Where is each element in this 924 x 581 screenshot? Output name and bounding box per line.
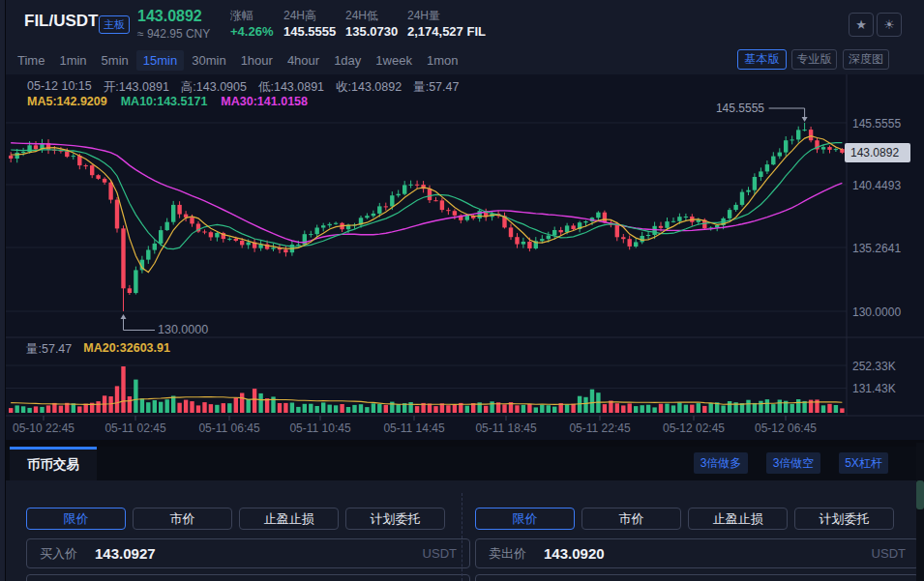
sell-price-value: 143.0920 [544, 545, 605, 562]
timeframe-1mon[interactable]: 1mon [420, 50, 465, 71]
sell-tab-limit[interactable]: 限价 [475, 508, 575, 530]
current-price-tag: 143.0892 [845, 143, 910, 162]
timeframe-30min[interactable]: 30min [185, 50, 232, 71]
tab-spot-trading-label: 币币交易 [27, 456, 79, 474]
timeframe-toolbar: Time 1min 5min 15min 30min 1hour 4hour 1… [0, 45, 924, 75]
buy-price-value: 143.0927 [95, 545, 156, 562]
sell-price-label: 卖出价 [489, 545, 526, 563]
ma5-label: MA5:142.9209 [27, 95, 107, 108]
volume-value: 2,174,527 FIL [407, 24, 486, 39]
time-axis-label: 05-12 02:45 [650, 421, 737, 435]
scrollbar-thumb[interactable] [916, 480, 924, 509]
volume-info: 量:57.47 MA20:32603.91 [26, 341, 170, 358]
sell-amount-input[interactable] [475, 574, 919, 581]
sell-tab-stop[interactable]: 止盈止损 [688, 508, 788, 530]
buy-price-label: 买入价 [40, 545, 77, 563]
time-axis-label: 05-12 06:45 [742, 421, 829, 435]
pro-view-button[interactable]: 专业版 [791, 49, 837, 70]
time-axis-label: 05-11 02:45 [92, 421, 179, 435]
buy-price-currency: USDT [423, 546, 457, 561]
ma10-label: MA10:143.5171 [121, 95, 208, 108]
last-price: 143.0892 [137, 8, 202, 25]
chart-section: 05-12 10:15 开:143.0891 高:143.0905 低:143.… [0, 74, 924, 440]
star-icon: ★ [855, 17, 867, 32]
high-price-annotation: 145.5555 [713, 102, 764, 115]
timeframe-1day[interactable]: 1day [327, 50, 368, 71]
volume-label: 24H量 [407, 8, 440, 24]
buy-tab-planned[interactable]: 计划委托 [345, 508, 445, 530]
tab-spot-trading[interactable]: 币币交易 [10, 447, 97, 480]
candle-volume: 量:57.47 [413, 79, 459, 96]
candle-time: 05-12 10:15 [27, 79, 92, 96]
margin-3x-short-button[interactable]: 3倍做空 [766, 452, 820, 474]
trade-tab-row: 币币交易 3倍做多 3倍做空 5X杠杆 [0, 447, 924, 480]
high-label: 24H高 [283, 8, 316, 24]
basic-view-button[interactable]: 基本版 [737, 49, 787, 70]
low-price-annotation: 130.0000 [158, 323, 208, 336]
price-axis-label: 135.2641 [852, 242, 901, 255]
timeframe-list: Time 1min 5min 15min 30min 1hour 4hour 1… [11, 45, 464, 74]
ma-legend: MA5:142.9209 MA10:143.5171 MA30:141.0158 [27, 95, 308, 108]
sell-price-input[interactable]: 卖出价 143.0920 USDT [475, 538, 919, 568]
timeframe-1hour[interactable]: 1hour [234, 50, 280, 71]
volume-value-label: 量:57.47 [26, 341, 72, 358]
candlestick-chart[interactable] [0, 74, 924, 440]
sell-price-currency: USDT [872, 546, 906, 561]
sun-icon: ☀ [883, 17, 895, 32]
time-axis-label: 05-11 06:45 [186, 421, 273, 435]
time-axis-label: 05-11 18:45 [462, 421, 550, 435]
sell-tab-planned[interactable]: 计划委托 [794, 508, 894, 530]
time-axis-label: 05-11 22:45 [556, 421, 643, 435]
price-axis-label: 130.0000 [852, 305, 901, 319]
timeframe-15min[interactable]: 15min [136, 50, 184, 71]
scrollbar-track [916, 443, 924, 581]
favorite-button[interactable]: ★ [849, 13, 874, 37]
fiat-price: ≈ 942.95 CNY [137, 27, 210, 41]
time-axis-label: 05-10 22:45 [0, 421, 87, 435]
pair-title: FIL/USDT [24, 12, 99, 31]
candle-low: 低:143.0891 [258, 79, 324, 96]
price-axis-label: 140.4493 [852, 179, 901, 192]
trading-app: FIL/USDT 主板 143.0892 ≈ 942.95 CNY 涨幅 +4.… [0, 0, 924, 581]
buy-tab-limit[interactable]: 限价 [26, 508, 126, 530]
price-axis-label: 145.5555 [852, 117, 901, 131]
change-value: +4.26% [230, 24, 273, 39]
buy-order-type-tabs: 限价 市价 止盈止损 计划委托 [26, 508, 445, 530]
low-label: 24H低 [345, 8, 378, 24]
header: FIL/USDT 主板 143.0892 ≈ 942.95 CNY 涨幅 +4.… [0, 0, 924, 46]
candle-close: 收:143.0892 [336, 79, 402, 96]
section-divider [0, 440, 924, 447]
margin-3x-long-button[interactable]: 3倍做多 [694, 452, 748, 474]
timeframe-5min[interactable]: 5min [95, 50, 135, 71]
left-edge-strip [0, 0, 6, 581]
sell-order-type-tabs: 限价 市价 止盈止损 计划委托 [475, 508, 894, 530]
timeframe-1min[interactable]: 1min [52, 50, 93, 71]
board-badge: 主板 [99, 15, 130, 34]
form-divider [462, 493, 462, 581]
change-label: 涨幅 [230, 8, 253, 24]
low-value: 135.0730 [345, 24, 398, 39]
high-value: 145.5555 [283, 24, 336, 39]
time-axis-label: 05-11 10:45 [277, 421, 364, 435]
buy-amount-input[interactable] [26, 574, 470, 581]
depth-view-button[interactable]: 深度图 [843, 49, 889, 70]
volume-ma20-label: MA20:32603.91 [83, 341, 170, 358]
vol-axis-label: 131.43K [852, 382, 896, 395]
time-axis-label: 05-11 14:45 [371, 421, 458, 435]
theme-button[interactable]: ☀ [877, 13, 902, 37]
vol-axis-label: 252.33K [852, 360, 896, 373]
candle-high: 高:143.0905 [181, 79, 247, 96]
buy-price-input[interactable]: 买入价 143.0927 USDT [26, 538, 470, 568]
timeframe-time[interactable]: Time [11, 50, 51, 71]
timeframe-1week[interactable]: 1week [369, 50, 419, 71]
buy-tab-market[interactable]: 市价 [133, 508, 232, 530]
ohlc-info: 05-12 10:15 开:143.0891 高:143.0905 低:143.… [27, 79, 459, 96]
buy-tab-stop[interactable]: 止盈止损 [239, 508, 339, 530]
margin-5x-button[interactable]: 5X杠杆 [839, 452, 888, 474]
timeframe-4hour[interactable]: 4hour [281, 50, 326, 71]
sell-tab-market[interactable]: 市价 [581, 508, 681, 530]
candle-open: 开:143.0891 [104, 79, 169, 96]
ma30-label: MA30:141.0158 [221, 95, 308, 108]
